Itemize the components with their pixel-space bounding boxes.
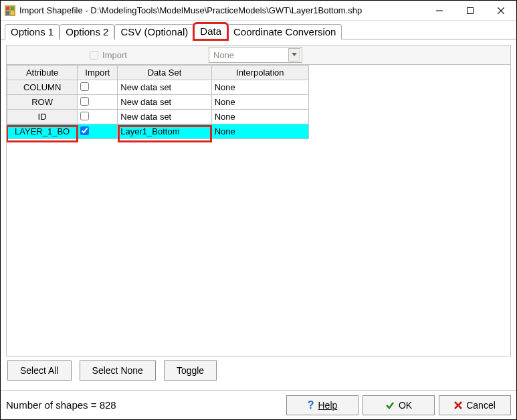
- tab-label: CSV (Optional): [120, 26, 188, 37]
- cell-attribute: ID: [7, 110, 78, 124]
- close-button[interactable]: [486, 1, 516, 21]
- help-button[interactable]: ? Help: [286, 395, 358, 415]
- cell-import[interactable]: [78, 95, 118, 110]
- cell-import[interactable]: [78, 124, 118, 139]
- attribute-grid-wrap: Attribute Import Data Set Interpolation …: [6, 65, 511, 356]
- tab-label: Coordinate Conversion: [233, 26, 336, 37]
- table-row: COLUMNNew data setNone: [7, 80, 309, 95]
- svg-rect-6: [468, 7, 474, 13]
- grid-header-interpolation: Interpolation: [211, 66, 308, 80]
- cancel-button[interactable]: Cancel: [439, 395, 511, 415]
- app-icon: [5, 5, 15, 16]
- import-row: Import None: [6, 45, 511, 65]
- title-bar: Import Shapefile - D:\ModelingTools\Mode…: [1, 1, 516, 21]
- window-title: Import Shapefile - D:\ModelingTools\Mode…: [19, 5, 362, 15]
- grid-header-dataset: Data Set: [118, 66, 211, 80]
- tab-label: Options 2: [66, 26, 108, 37]
- import-checkbox[interactable]: [80, 97, 89, 106]
- grid-header-attribute: Attribute: [7, 66, 78, 80]
- table-row: IDNew data setNone: [7, 110, 309, 124]
- svg-rect-2: [11, 7, 14, 10]
- tab-label: Options 1: [11, 26, 54, 37]
- chevron-down-icon: [292, 53, 297, 57]
- import-checkbox: [90, 51, 98, 60]
- data-panel: Import None Attribute Import Data Set In…: [1, 39, 516, 390]
- table-row: ROWNew data setNone: [7, 95, 309, 110]
- toggle-button[interactable]: Toggle: [164, 360, 217, 381]
- svg-rect-4: [11, 11, 14, 15]
- window-controls: [424, 1, 516, 21]
- button-label: Select All: [20, 365, 59, 376]
- ok-button[interactable]: OK: [363, 395, 435, 415]
- svg-rect-3: [6, 11, 9, 15]
- help-icon: ?: [308, 399, 314, 411]
- tab-options2[interactable]: Options 2: [60, 24, 114, 39]
- cell-interpolation[interactable]: None: [211, 124, 308, 139]
- svg-line-8: [498, 7, 504, 14]
- status-text: Number of shapes = 828: [6, 399, 282, 411]
- cell-dataset[interactable]: New data set: [118, 95, 211, 110]
- tab-options1[interactable]: Options 1: [5, 24, 60, 39]
- select-all-button[interactable]: Select All: [7, 360, 72, 381]
- x-icon: [454, 401, 462, 409]
- tab-csv[interactable]: CSV (Optional): [114, 24, 194, 39]
- cell-import[interactable]: [78, 110, 118, 124]
- button-label: OK: [399, 400, 412, 411]
- button-label: Help: [318, 400, 337, 411]
- cell-attribute: ROW: [7, 95, 78, 110]
- button-label: Cancel: [466, 400, 496, 411]
- button-label: Select None: [92, 365, 143, 376]
- import-combo-dropdown[interactable]: [288, 48, 300, 62]
- tab-coord-conversion[interactable]: Coordinate Conversion: [227, 24, 342, 39]
- tab-data[interactable]: Data: [194, 23, 227, 39]
- selection-button-row: Select All Select None Toggle: [6, 356, 511, 385]
- footer-bar: Number of shapes = 828 ? Help OK Cancel: [1, 390, 516, 419]
- import-checkbox-label: Import: [102, 50, 127, 60]
- import-combo: None: [209, 47, 302, 63]
- import-checkbox[interactable]: [80, 82, 89, 91]
- cell-import[interactable]: [78, 80, 118, 95]
- select-none-button[interactable]: Select None: [80, 360, 156, 381]
- cell-attribute: COLUMN: [7, 80, 78, 95]
- cell-interpolation[interactable]: None: [211, 80, 308, 95]
- svg-line-7: [498, 7, 504, 14]
- cell-dataset[interactable]: New data set: [118, 80, 211, 95]
- table-row: LAYER_1_BOLayer1_BottomNone: [7, 124, 309, 139]
- cell-dataset[interactable]: Layer1_Bottom: [118, 124, 211, 139]
- import-checkbox[interactable]: [80, 112, 89, 120]
- tab-label: Data: [200, 25, 221, 37]
- minimize-button[interactable]: [424, 1, 455, 21]
- attribute-grid: Attribute Import Data Set Interpolation …: [7, 65, 309, 139]
- import-checkbox-wrap: Import: [7, 49, 207, 62]
- grid-header-import: Import: [78, 66, 118, 80]
- check-icon: [385, 401, 395, 410]
- cell-interpolation[interactable]: None: [211, 95, 308, 110]
- import-combo-value: None: [213, 50, 234, 60]
- import-checkbox[interactable]: [80, 126, 89, 135]
- cell-dataset[interactable]: New data set: [118, 110, 211, 124]
- svg-marker-9: [292, 53, 297, 56]
- maximize-button[interactable]: [455, 1, 486, 21]
- cell-attribute: LAYER_1_BO: [7, 124, 78, 139]
- tab-strip: Options 1 Options 2 CSV (Optional) Data …: [1, 21, 516, 39]
- button-label: Toggle: [177, 365, 204, 376]
- cell-interpolation[interactable]: None: [211, 110, 308, 124]
- svg-rect-1: [6, 7, 9, 10]
